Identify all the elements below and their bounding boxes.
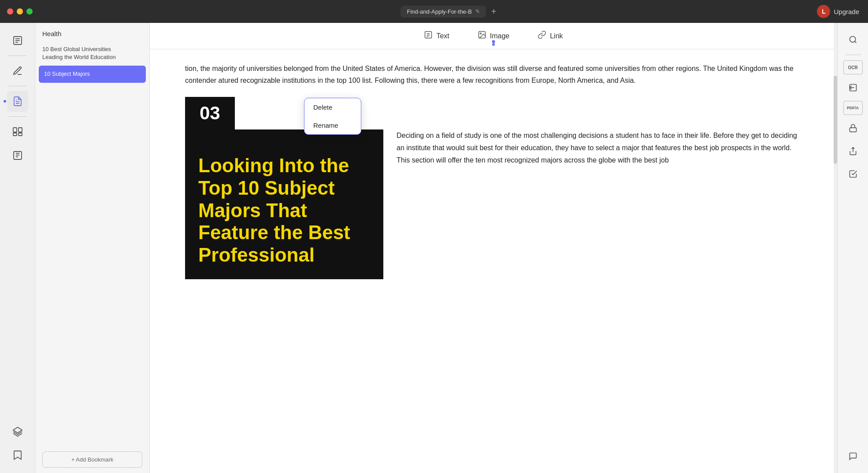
context-menu-rename[interactable]: Rename bbox=[304, 116, 361, 134]
search-button[interactable] bbox=[843, 30, 863, 49]
context-menu-delete[interactable]: Delete bbox=[304, 98, 361, 116]
close-button[interactable] bbox=[7, 8, 13, 15]
scrollbar-track[interactable] bbox=[834, 23, 837, 473]
pdfa-label: PDF/A bbox=[847, 106, 859, 110]
extract-button[interactable] bbox=[843, 78, 863, 97]
svg-rect-9 bbox=[19, 133, 22, 136]
svg-rect-8 bbox=[13, 133, 17, 136]
svg-point-21 bbox=[849, 37, 855, 42]
bookmark-panel: Health 10 Best Global UniversitiesLeadin… bbox=[35, 23, 150, 473]
validate-button[interactable] bbox=[843, 164, 863, 184]
pdf-content[interactable]: tion, the majority of universities belon… bbox=[150, 49, 837, 473]
bookmark-item-1-label: 10 Best Global UniversitiesLeading the W… bbox=[42, 46, 116, 60]
sidebar-annotation-button[interactable] bbox=[7, 60, 28, 81]
main-layout: Health 10 Best Global UniversitiesLeadin… bbox=[0, 23, 868, 473]
bookmark-category: Health bbox=[35, 23, 149, 41]
svg-point-20 bbox=[480, 33, 482, 34]
bookmark-item-1[interactable]: 10 Best Global UniversitiesLeading the W… bbox=[35, 41, 149, 66]
svg-rect-6 bbox=[13, 128, 17, 132]
image-tool-label: Image bbox=[490, 32, 509, 40]
avatar: L bbox=[817, 5, 830, 18]
content-area: Text Image bbox=[150, 23, 837, 473]
scrollbar-thumb[interactable] bbox=[834, 76, 837, 164]
featured-block: Looking Into the Top 10 Subject Majors T… bbox=[185, 129, 802, 279]
section-number-wrapper: 03 bbox=[185, 97, 802, 129]
add-bookmark-button[interactable]: + Add Bookmark bbox=[42, 451, 142, 468]
featured-image: Looking Into the Top 10 Subject Majors T… bbox=[185, 129, 383, 279]
minimize-button[interactable] bbox=[17, 8, 23, 15]
titlebar: Find-and-Apply-For-the-B ✎ + L Upgrade bbox=[0, 0, 868, 23]
sidebar-attachments-button[interactable] bbox=[7, 145, 28, 166]
image-tool-button[interactable]: Image bbox=[472, 27, 515, 45]
sidebar-divider-3 bbox=[9, 116, 26, 117]
right-sidebar: OCR PDF/A bbox=[837, 23, 868, 473]
side-text: Deciding on a field of study is one of t… bbox=[397, 129, 802, 166]
chat-button[interactable] bbox=[843, 447, 863, 466]
image-tool-dot bbox=[492, 40, 495, 43]
context-menu: Delete Rename bbox=[304, 98, 361, 135]
bookmark-item-2[interactable]: 10 Subject Majors bbox=[39, 66, 146, 82]
image-tool-icon bbox=[478, 30, 486, 41]
active-indicator bbox=[4, 100, 6, 103]
delete-label: Delete bbox=[313, 103, 332, 111]
pdfa-button[interactable]: PDF/A bbox=[843, 101, 863, 115]
traffic-lights bbox=[7, 8, 33, 15]
svg-rect-25 bbox=[849, 128, 856, 132]
maximize-button[interactable] bbox=[26, 8, 33, 15]
svg-rect-10 bbox=[14, 152, 22, 159]
text-tool-button[interactable]: Text bbox=[419, 27, 454, 45]
svg-line-22 bbox=[854, 41, 856, 43]
sidebar-divider-2 bbox=[9, 86, 26, 86]
upgrade-button[interactable]: L Upgrade bbox=[817, 5, 859, 18]
tab-label: Find-and-Apply-For-the-B bbox=[407, 8, 471, 15]
sidebar-bookmark-button[interactable] bbox=[7, 445, 28, 466]
link-tool-button[interactable]: Link bbox=[532, 27, 568, 45]
sidebar-layers-button[interactable] bbox=[7, 421, 28, 442]
link-tool-icon bbox=[538, 30, 546, 41]
left-sidebar bbox=[0, 23, 35, 473]
content-paragraph-1: tion, the majority of universities belon… bbox=[185, 63, 802, 86]
text-tool-icon bbox=[424, 30, 433, 41]
active-tab[interactable]: Find-and-Apply-For-the-B ✎ bbox=[401, 6, 486, 18]
share-button[interactable] bbox=[843, 141, 863, 161]
right-divider-1 bbox=[845, 55, 861, 55]
sidebar-notes-button[interactable] bbox=[7, 91, 28, 112]
upgrade-label: Upgrade bbox=[834, 8, 859, 15]
bookmark-item-2-label: 10 Subject Majors bbox=[44, 70, 90, 77]
ocr-button[interactable]: OCR bbox=[843, 60, 863, 74]
sidebar-bookmarks-button[interactable] bbox=[7, 30, 28, 51]
svg-rect-15 bbox=[425, 32, 432, 38]
link-tool-label: Link bbox=[550, 32, 563, 40]
svg-rect-7 bbox=[19, 128, 22, 132]
add-tab-button[interactable]: + bbox=[490, 5, 498, 18]
sidebar-divider-1 bbox=[9, 55, 26, 56]
text-tool-label: Text bbox=[436, 32, 449, 40]
tab-edit-icon[interactable]: ✎ bbox=[475, 8, 480, 15]
tab-area: Find-and-Apply-For-the-B ✎ + bbox=[38, 5, 861, 18]
section-number: 03 bbox=[185, 97, 235, 129]
rename-label: Rename bbox=[313, 122, 338, 129]
sidebar-pages-button[interactable] bbox=[7, 121, 28, 142]
lock-button[interactable] bbox=[843, 118, 863, 138]
top-toolbar: Text Image bbox=[150, 23, 837, 49]
featured-title: Looking Into the Top 10 Subject Majors T… bbox=[198, 155, 370, 266]
ocr-label: OCR bbox=[848, 65, 857, 70]
